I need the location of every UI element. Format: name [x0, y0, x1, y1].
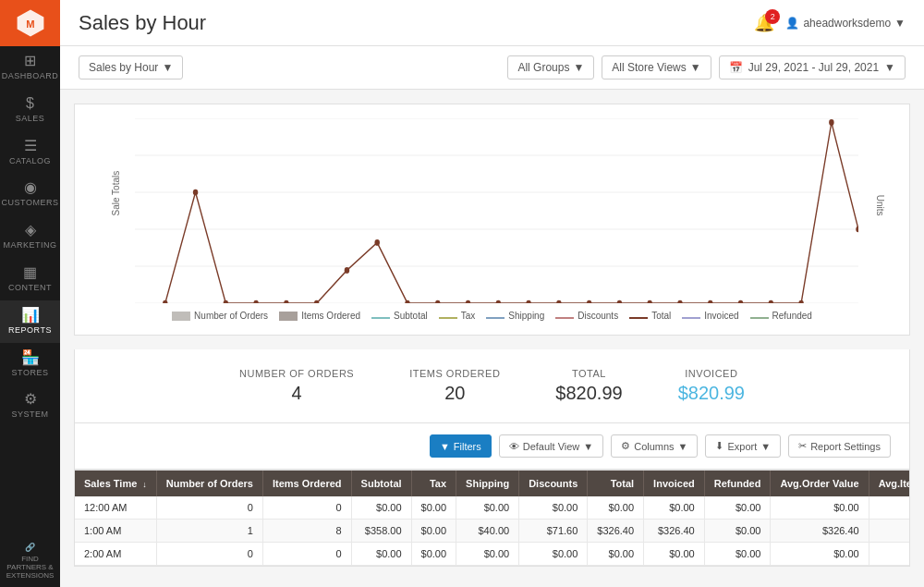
col-header-discounts[interactable]: Discounts	[519, 471, 588, 496]
chart-legend: Number of Orders Items Ordered Subtotal …	[89, 311, 895, 321]
legend-discounts: Discounts	[555, 311, 618, 321]
table-body: 12:00 AM00$0.00$0.00$0.00$0.00$0.00$0.00…	[75, 496, 910, 566]
table-cell: $0.00	[644, 543, 705, 566]
table-row: 1:00 AM18$358.00$0.00$40.00$71.60$326.40…	[75, 520, 910, 543]
col-header-shipping[interactable]: Shipping	[456, 471, 519, 496]
eye-icon: 👁	[509, 441, 519, 452]
table-cell: $0.00	[704, 520, 771, 543]
legend-invoiced-label: Invoiced	[704, 311, 738, 321]
find-partners-icon: 🔗	[25, 543, 35, 552]
export-label: Export	[727, 441, 757, 452]
content-icon: ▦	[23, 265, 37, 280]
default-view-button[interactable]: 👁 Default View ▼	[499, 434, 603, 458]
table-cell: $0.00	[411, 496, 456, 520]
default-view-label: Default View	[523, 441, 580, 452]
legend-number-of-orders-label: Number of Orders	[194, 311, 268, 321]
svg-point-31	[617, 300, 622, 303]
sidebar-item-dashboard[interactable]: ⊞ DASHBOARD	[0, 46, 60, 89]
sidebar-item-sales-label: SALES	[16, 114, 45, 124]
col-header-items-ordered[interactable]: Items Ordered	[262, 471, 351, 496]
col-header-invoiced[interactable]: Invoiced	[644, 471, 705, 496]
report-settings-icon: ✂	[798, 440, 807, 452]
default-view-dropdown-icon: ▼	[583, 441, 593, 452]
svg-point-29	[556, 300, 561, 303]
legend-items-ordered: Items Ordered	[279, 311, 360, 321]
table-cell: $0.00	[644, 496, 705, 520]
store-dropdown-icon: ▼	[690, 61, 701, 74]
svg-point-35	[738, 300, 743, 303]
stat-invoiced: INVOICED $820.99	[678, 368, 745, 404]
table-cell: 0	[262, 496, 351, 520]
chart-container: Sale Totals Units $500 $400 $300 $200 $1…	[135, 118, 858, 303]
sidebar-item-system[interactable]: ⚙ SYSTEM	[0, 385, 60, 427]
sidebar-item-content[interactable]: ▦ CONTENT	[0, 258, 60, 300]
reports-icon: 📊	[21, 308, 40, 323]
table-cell: $0.00	[588, 496, 644, 520]
col-header-sales-time[interactable]: Sales Time ↓	[75, 471, 156, 496]
svg-point-30	[587, 300, 591, 303]
report-selector-button[interactable]: Sales by Hour ▼	[79, 55, 183, 79]
col-header-num-orders[interactable]: Number of Orders	[156, 471, 262, 496]
table-cell: $0.00	[771, 496, 869, 520]
legend-shipping: Shipping	[486, 311, 544, 321]
sidebar-item-sales[interactable]: $ SALES	[0, 89, 60, 131]
report-settings-button[interactable]: ✂ Report Settings	[788, 434, 891, 458]
table-cell: $0.00	[519, 496, 588, 520]
table-header-row: Sales Time ↓ Number of Orders Items Orde…	[75, 471, 910, 496]
col-header-avg-order-value[interactable]: Avg.Order Value	[771, 471, 869, 496]
svg-text:M: M	[26, 18, 34, 30]
svg-point-36	[769, 300, 773, 303]
sidebar-item-find-partners[interactable]: 🔗 FIND PARTNERS & EXTENSIONS	[0, 535, 60, 587]
notification-button[interactable]: 🔔 2	[754, 13, 774, 33]
sidebar-item-reports[interactable]: 📊 REPORTS	[0, 300, 60, 343]
columns-button[interactable]: ⚙ Columns ▼	[611, 434, 698, 458]
user-name: aheadworksdemo	[803, 17, 891, 30]
date-range-button[interactable]: 📅 Jul 29, 2021 - Jul 29, 2021 ▼	[719, 55, 906, 79]
sidebar-item-stores[interactable]: 🏪 STORES	[0, 343, 60, 385]
table-cell: $0.00	[411, 520, 456, 543]
table-cell: $326.40	[588, 520, 644, 543]
legend-refunded-label: Refunded	[772, 311, 812, 321]
stat-items-ordered: ITEMS ORDERED 20	[409, 368, 500, 404]
groups-selector-button[interactable]: All Groups ▼	[507, 55, 594, 79]
svg-point-33	[677, 300, 682, 303]
system-icon: ⚙	[24, 392, 37, 407]
table-cell: 2:00 AM	[75, 543, 156, 566]
table-cell: $0.00	[456, 496, 519, 520]
table-cell: $0.00	[351, 496, 411, 520]
page-title: Sales by Hour	[79, 11, 206, 35]
sidebar-item-customers[interactable]: ◉ CUSTOMERS	[0, 173, 60, 215]
filters-button[interactable]: ▼ Filters	[430, 434, 492, 458]
svg-point-32	[647, 300, 651, 303]
catalog-icon: ☰	[24, 139, 37, 153]
store-selector-button[interactable]: All Store Views ▼	[602, 55, 711, 79]
svg-point-28	[526, 300, 530, 303]
sidebar-item-dashboard-label: DASHBOARD	[2, 71, 59, 81]
legend-discounts-label: Discounts	[578, 311, 618, 321]
legend-tax-label: Tax	[461, 311, 476, 321]
col-header-refunded[interactable]: Refunded	[704, 471, 771, 496]
export-button[interactable]: ⬇ Export ▼	[705, 434, 781, 458]
stat-total: TOTAL $820.99	[555, 368, 622, 404]
columns-dropdown-icon: ▼	[678, 441, 688, 452]
table-cell: $358.00	[351, 520, 411, 543]
svg-point-38	[829, 119, 833, 126]
user-menu-button[interactable]: 👤 aheadworksdemo ▼	[785, 17, 906, 30]
legend-tax: Tax	[439, 311, 476, 321]
sidebar-item-marketing[interactable]: ◈ MARKETING	[0, 215, 60, 258]
table-cell: 8	[262, 520, 351, 543]
legend-items-ordered-color	[279, 312, 298, 321]
table-cell: 0	[156, 496, 262, 520]
table-row: 12:00 AM00$0.00$0.00$0.00$0.00$0.00$0.00…	[75, 496, 910, 520]
columns-label: Columns	[634, 441, 674, 452]
sidebar-item-catalog[interactable]: ☰ CATALOG	[0, 131, 60, 174]
stat-num-orders: NUMBER OF ORDERS 4	[239, 368, 354, 404]
col-header-tax[interactable]: Tax	[411, 471, 456, 496]
report-toolbar: Sales by Hour ▼ All Groups ▼ All Store V…	[60, 46, 924, 90]
customers-icon: ◉	[24, 180, 37, 195]
legend-number-of-orders-color	[172, 312, 190, 321]
legend-subtotal-color	[371, 317, 390, 319]
col-header-avg-item-final[interactable]: Avg.Item Final Price	[869, 471, 910, 496]
col-header-total[interactable]: Total	[588, 471, 644, 496]
col-header-subtotal[interactable]: Subtotal	[351, 471, 411, 496]
